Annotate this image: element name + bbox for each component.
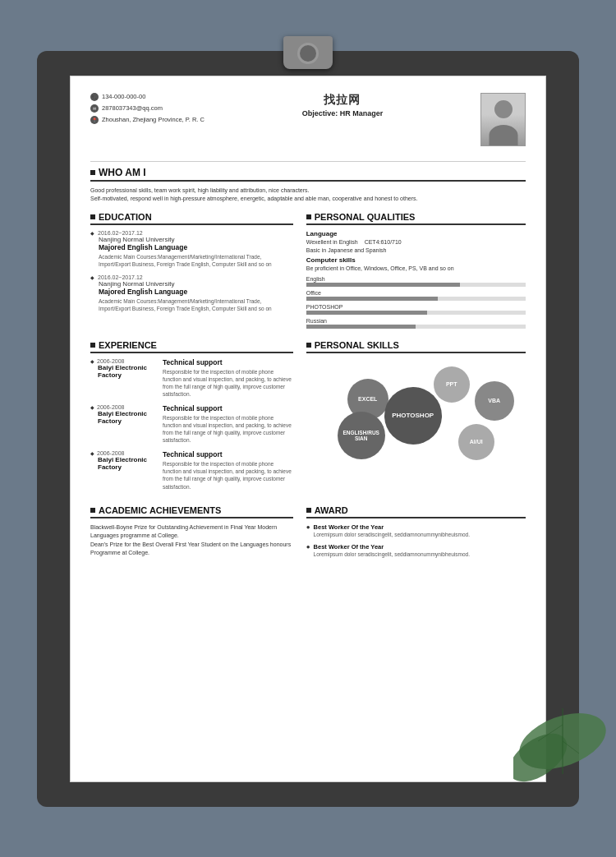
skill-bar-fill-russian [306, 325, 416, 329]
academic-title: ACADEMIC ACHIEVEMENTS [90, 505, 293, 518]
who-am-i-section: WHO AM I Good professional skills, team … [90, 167, 526, 204]
pq-title: PERSONAL QUALITIES [306, 212, 526, 225]
who-am-i-text1: Good professional skills, team work spir… [90, 187, 526, 196]
skill-name-office: Office [306, 290, 526, 296]
exp-date-2: 2006-2008 [90, 404, 156, 410]
profile-photo [480, 93, 526, 146]
exp-right-1: Technical support Responsible for the in… [163, 358, 293, 398]
edu-desc-1: Academic Main Courses:Management/Marketi… [99, 253, 293, 268]
email-icon: ✉ [90, 104, 99, 113]
objective-area: 找拉网 Objective: HR Manager [302, 93, 384, 117]
award-column: AWARD ● Best Worker Of the Year Loremips… [306, 505, 526, 563]
phone-number: 134-000-000-00 [102, 93, 145, 100]
skill-bar-bg-photoshop [306, 311, 526, 315]
skill-office: Office [306, 290, 526, 301]
resume-header: 📞 134-000-000-00 ✉ 2878037343@qq.com 📍 Z… [90, 93, 526, 153]
edu-school-2: Nanjing Normal University [99, 280, 293, 288]
location-contact: 📍 Zhoushan, Zhejiang Province, P. R. C [90, 116, 205, 124]
skill-english: English [306, 276, 526, 287]
computer-text: Be proficient in Office, Windows, Office… [306, 265, 526, 271]
who-am-i-title: WHO AM I [90, 167, 526, 182]
edu-major-1: Majored English Language [99, 243, 293, 251]
edu-date-1: 2016.02~2017.12 [90, 230, 293, 236]
education-title: EDUCATION [90, 212, 293, 225]
bottom-section: ACADEMIC ACHIEVEMENTS Blackwell-Boyne Pr… [90, 505, 526, 563]
edu-date-2: 2016.02~2017.12 [90, 274, 293, 280]
photo-placeholder [481, 94, 525, 145]
exp-title-3: Technical support [163, 450, 293, 458]
exp-company-1: Baiyi Electronic Factory [98, 364, 156, 379]
location-icon: 📍 [90, 116, 99, 124]
location-text: Zhoushan, Zhejiang Province, P. R. C [102, 116, 205, 123]
bubble-ppt: PPT [434, 366, 470, 403]
award-title: AWARD [306, 505, 526, 518]
skill-name-russian: Russian [306, 318, 526, 324]
skill-russian: Russian [306, 318, 526, 329]
award-title-1: Best Worker Of the Year [314, 523, 526, 531]
objective-text: Objective: HR Manager [302, 109, 384, 117]
site-name: 找拉网 [302, 93, 384, 108]
bubble-photoshop: PHOTOSHOP [384, 387, 442, 445]
award-bullet-2: ● [306, 543, 310, 551]
award-item-2: ● Best Worker Of the Year Loremipsum dol… [306, 543, 526, 558]
skill-name-english: English [306, 276, 526, 282]
exp-desc-2: Responsible for the inspection of mobile… [163, 414, 293, 444]
award-content-1: Best Worker Of the Year Loremipsum dolor… [314, 523, 526, 538]
exp-desc-1: Responsible for the inspection of mobile… [163, 368, 293, 398]
academic-text: Blackwell-Boyne Prize for Outstanding Ac… [90, 523, 293, 558]
exp-company-3: Baiyi Electronic Factory [98, 456, 156, 471]
exp-company-2: Baiyi Electronic Factory [98, 410, 156, 425]
exp-right-3: Technical support Responsible for the in… [163, 450, 293, 490]
edu-major-2: Majored English Language [99, 288, 293, 296]
exp-right-2: Technical support Responsible for the in… [163, 404, 293, 444]
header-center: 找拉网 Objective: HR Manager [302, 93, 384, 117]
header-divider [90, 161, 526, 162]
skill-bar-fill-office [306, 297, 438, 301]
education-item-2: 2016.02~2017.12 Nanjing Normal Universit… [90, 274, 293, 312]
exp-desc-3: Responsible for the inspection of mobile… [163, 460, 293, 490]
language-row1: Wexellent in English CET4:610/710 [306, 239, 526, 245]
education-column: EDUCATION 2016.02~2017.12 Nanjing Normal… [90, 212, 293, 332]
award-item-1: ● Best Worker Of the Year Loremipsum dol… [306, 523, 526, 538]
skills-bubbles: EXCEL PPT PHOTOSHOP VBA AI/UI ENGLISH/RU… [306, 358, 526, 473]
education-item-1: 2016.02~2017.12 Nanjing Normal Universit… [90, 230, 293, 268]
skill-photoshop: PHOTOSHOP [306, 304, 526, 315]
clipboard-clip [283, 36, 333, 69]
exp-date-3: 2006-2008 [90, 450, 156, 456]
skill-name-photoshop: PHOTOSHOP [306, 304, 526, 310]
exp-left-3: 2006-2008 Baiyi Electronic Factory [90, 450, 156, 490]
ps-title: PERSONAL SKILLS [306, 340, 526, 353]
skill-bar-bg-russian [306, 325, 526, 329]
contact-info: 📞 134-000-000-00 ✉ 2878037343@qq.com 📍 Z… [90, 93, 205, 124]
experience-title: EXPERIENCE [90, 340, 293, 353]
edu-school-1: Nanjing Normal University [99, 236, 293, 243]
bubble-aiui: AI/UI [458, 424, 494, 460]
personal-qualities-column: PERSONAL QUALITIES Language Wexellent in… [306, 212, 526, 332]
award-content-2: Best Worker Of the Year Loremipsum dolor… [314, 543, 526, 558]
phone-contact: 📞 134-000-000-00 [90, 93, 205, 101]
bubble-english: ENGLISH/RUSSIAN [338, 412, 385, 459]
language-label: Language [306, 230, 526, 237]
resume-document: 📞 134-000-000-00 ✉ 2878037343@qq.com 📍 Z… [70, 76, 546, 782]
exp-item-2: 2006-2008 Baiyi Electronic Factory Techn… [90, 404, 293, 444]
bubble-vba: VBA [475, 381, 514, 421]
experience-column: EXPERIENCE 2006-2008 Baiyi Electronic Fa… [90, 340, 293, 497]
award-bullet-1: ● [306, 523, 310, 531]
award-title-2: Best Worker Of the Year [314, 543, 526, 551]
exp-title-2: Technical support [163, 404, 293, 412]
email-address: 2878037343@qq.com [102, 104, 163, 112]
svg-line-4 [563, 741, 579, 753]
clipboard: 📞 134-000-000-00 ✉ 2878037343@qq.com 📍 Z… [37, 51, 579, 807]
email-contact: ✉ 2878037343@qq.com [90, 104, 205, 113]
exp-date-1: 2006-2008 [90, 358, 156, 364]
edu-qualities-section: EDUCATION 2016.02~2017.12 Nanjing Normal… [90, 212, 526, 332]
computer-label: Computer skills [306, 256, 526, 264]
skill-bar-bg-english [306, 283, 526, 287]
language-text1: Wexellent in English [306, 239, 358, 245]
phone-icon: 📞 [90, 93, 99, 101]
skill-bar-fill-photoshop [306, 311, 427, 315]
exp-item-1: 2006-2008 Baiyi Electronic Factory Techn… [90, 358, 293, 398]
exp-left-1: 2006-2008 Baiyi Electronic Factory [90, 358, 156, 398]
who-am-i-text2: Self-motivated, respond well in high-pre… [90, 195, 526, 204]
exp-title-1: Technical support [163, 358, 293, 366]
